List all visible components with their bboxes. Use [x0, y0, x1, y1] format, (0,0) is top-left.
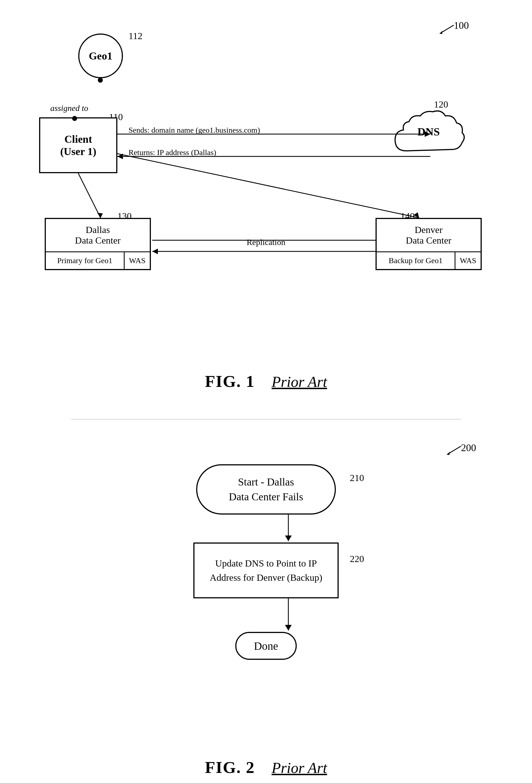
ref-112: 112: [128, 31, 143, 41]
ref-200-group: 200: [461, 442, 476, 453]
sends-label: Sends: domain name (geo1.business.com): [128, 126, 260, 135]
ref-210: 210: [350, 473, 364, 483]
update-box: Update DNS to Point to IP Address for De…: [193, 542, 339, 598]
geo1-label: Geo1: [89, 50, 112, 62]
fig1-prior-art: Prior Art: [272, 373, 327, 390]
dallas-line1: Dallas: [52, 225, 144, 235]
done-label: Done: [254, 639, 278, 653]
client-line1: Client: [64, 133, 92, 145]
denver-title: Denver Data Center: [377, 219, 480, 252]
svg-text:DNS: DNS: [417, 125, 440, 138]
dallas-line2: Data Center: [52, 235, 144, 246]
denver-bottom: Backup for Geo1 WAS: [377, 252, 480, 269]
denver-line1: Denver: [382, 225, 475, 235]
denver-was: WAS: [456, 252, 480, 269]
done-oval: Done: [235, 632, 297, 660]
fig2-label: FIG. 2: [205, 758, 255, 777]
fig2-prior-art: Prior Art: [272, 759, 327, 777]
svg-marker-18: [285, 535, 292, 541]
client-box: Client (User 1): [39, 117, 117, 173]
geo1-circle: Geo1: [78, 33, 123, 78]
assigned-to-label: assigned to: [50, 103, 88, 113]
fig1-container: 100 Geo1 112 assigned to Client (User 1)…: [22, 17, 510, 408]
svg-marker-16: [447, 452, 450, 455]
ref-120: 120: [434, 99, 448, 110]
svg-marker-1: [440, 31, 443, 34]
dallas-title: Dallas Data Center: [46, 219, 150, 252]
dns-cloud-container: DNS: [389, 106, 468, 162]
fig2-caption: FIG. 2 Prior Art: [205, 758, 327, 777]
ref-100: 100: [454, 20, 469, 31]
page: 100 Geo1 112 assigned to Client (User 1)…: [0, 0, 532, 783]
svg-marker-14: [152, 249, 158, 254]
ref-100-group: 100: [437, 22, 459, 36]
ref-220: 220: [350, 554, 364, 564]
returns-label: Returns: IP address (Dallas): [128, 148, 216, 157]
dallas-box: Dallas Data Center Primary for Geo1 WAS: [45, 218, 151, 270]
start-line2: Data Center Fails: [229, 490, 303, 504]
start-line1: Start - Dallas: [229, 475, 303, 490]
update-line2: Address for Denver (Backup): [210, 570, 322, 585]
fig2-container: 200 Start - Dallas Data Center Fails 210…: [22, 436, 510, 783]
dallas-bottom: Primary for Geo1 WAS: [46, 252, 150, 269]
start-pill: Start - Dallas Data Center Fails: [196, 464, 336, 514]
svg-line-9: [117, 154, 419, 218]
svg-marker-8: [97, 213, 103, 218]
geo1-dot: [98, 77, 103, 83]
fig1-caption: FIG. 1 Prior Art: [205, 372, 327, 391]
svg-marker-20: [285, 625, 292, 630]
fig1-label: FIG. 1: [205, 372, 255, 391]
client-dot-top: [72, 116, 77, 121]
denver-box: Denver Data Center Backup for Geo1 WAS: [376, 218, 482, 270]
replication-label: Replication: [247, 238, 285, 247]
dallas-primary: Primary for Geo1: [46, 252, 125, 269]
denver-backup: Backup for Geo1: [377, 252, 456, 269]
divider: [71, 419, 461, 419]
dallas-was: WAS: [125, 252, 150, 269]
denver-line2: Data Center: [382, 235, 475, 246]
client-line2: (User 1): [60, 145, 96, 158]
svg-line-7: [78, 173, 101, 218]
update-line1: Update DNS to Point to IP: [210, 556, 322, 570]
svg-marker-6: [117, 154, 123, 159]
